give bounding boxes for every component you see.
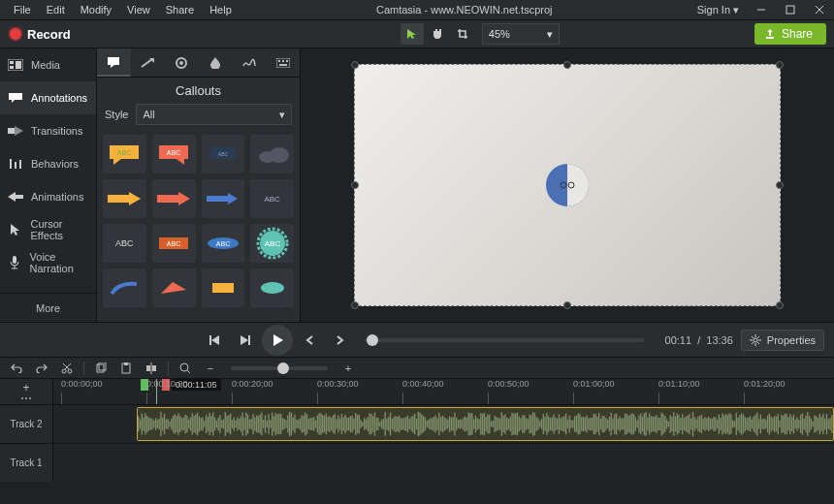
clip-track2[interactable]: [137, 407, 834, 441]
timeline-zoom-out-button[interactable]: −: [202, 360, 219, 377]
svg-rect-79: [146, 365, 150, 371]
callout-speech-orange[interactable]: ABC: [152, 135, 196, 173]
sidebar-item-voice-narration[interactable]: Voice Narration: [0, 246, 96, 279]
callout-burst-teal[interactable]: ABC: [250, 224, 294, 263]
sidebar-item-transitions[interactable]: Transitions: [0, 114, 96, 147]
sidebar-item-animations[interactable]: Animations: [0, 180, 96, 213]
svg-rect-373: [638, 416, 639, 433]
callout-arrow-yellow[interactable]: [103, 179, 146, 218]
asset-tab-arrows[interactable]: [131, 48, 165, 77]
svg-rect-308: [526, 418, 527, 430]
pan-tool[interactable]: [426, 23, 449, 45]
sidebar-item-behaviors[interactable]: Behaviors: [0, 147, 96, 180]
svg-rect-173: [291, 413, 292, 435]
track-label-1[interactable]: Track 1: [0, 444, 53, 482]
resize-handle-bm[interactable]: [563, 301, 571, 309]
callout-arrow-orange[interactable]: [152, 179, 196, 218]
add-track-button[interactable]: +: [22, 381, 29, 392]
next-clip-button[interactable]: [328, 329, 351, 352]
seek-slider[interactable]: [365, 338, 644, 342]
callout-speech-yellow[interactable]: ABC: [103, 135, 146, 173]
menu-help[interactable]: Help: [202, 4, 240, 16]
callout-shape-a[interactable]: [103, 268, 146, 307]
asset-tab-sketch[interactable]: [232, 48, 266, 77]
resize-handle-bl[interactable]: [351, 301, 359, 309]
callout-text-orange[interactable]: ABC: [152, 224, 196, 263]
timeline-zoom-fit-button[interactable]: [176, 360, 194, 377]
asset-tab-callouts[interactable]: [97, 48, 131, 77]
properties-button[interactable]: Properties: [741, 330, 824, 351]
asset-tab-keystroke[interactable]: [266, 48, 300, 77]
svg-rect-118: [195, 415, 196, 434]
callout-shape-d[interactable]: [250, 268, 294, 307]
callout-speech-dark[interactable]: ABC: [202, 135, 245, 173]
undo-button[interactable]: [8, 360, 25, 377]
zoom-select[interactable]: 45% ▾: [482, 23, 560, 45]
svg-rect-296: [504, 414, 505, 433]
gear-icon: [750, 334, 761, 346]
crop-tool[interactable]: [451, 23, 474, 45]
seek-thumb[interactable]: [367, 334, 378, 346]
prev-frame-button[interactable]: [204, 329, 227, 352]
menu-edit[interactable]: Edit: [39, 4, 73, 16]
next-frame-button[interactable]: [233, 329, 256, 352]
signin-button[interactable]: Sign In ▾: [690, 4, 747, 16]
sidebar-item-media[interactable]: Media: [0, 48, 96, 81]
track-label-2[interactable]: Track 2: [0, 405, 53, 443]
copy-button[interactable]: [92, 360, 110, 377]
canvas-frame[interactable]: [354, 64, 781, 306]
play-button[interactable]: [262, 325, 293, 356]
timeline-zoom-in-button[interactable]: +: [339, 360, 357, 377]
window-maximize-button[interactable]: [776, 0, 805, 19]
sidebar-more-button[interactable]: More: [0, 293, 96, 322]
resize-handle-br[interactable]: [776, 301, 784, 309]
svg-rect-135: [225, 412, 226, 436]
asset-tab-blur[interactable]: [198, 48, 232, 77]
menu-file[interactable]: File: [6, 4, 39, 16]
menu-share[interactable]: Share: [158, 4, 202, 16]
window-minimize-button[interactable]: [747, 0, 776, 19]
svg-rect-129: [214, 418, 215, 431]
callout-pill-blue[interactable]: ABC: [202, 224, 245, 263]
paste-button[interactable]: [117, 360, 135, 377]
track-body-1[interactable]: [53, 444, 834, 482]
split-button[interactable]: [143, 360, 160, 377]
svg-rect-249: [423, 416, 424, 432]
style-select[interactable]: All▾: [136, 104, 292, 125]
svg-rect-342: [585, 418, 586, 431]
svg-rect-92: [150, 418, 151, 429]
track-body-2[interactable]: [53, 405, 834, 443]
sidebar-item-cursor-effects[interactable]: Cursor Effects: [0, 213, 96, 246]
svg-rect-394: [675, 417, 676, 432]
sidebar-item-annotations[interactable]: Annotations: [0, 81, 96, 114]
asset-tab-shapes[interactable]: [165, 48, 199, 77]
callout-shape-b[interactable]: [152, 268, 196, 307]
callout-text-plain[interactable]: ABC: [103, 224, 146, 263]
resize-handle-tl[interactable]: [351, 61, 359, 69]
callout-cloud[interactable]: [250, 135, 294, 173]
prev-clip-button[interactable]: [299, 329, 322, 352]
redo-button[interactable]: [33, 360, 50, 377]
callout-arrow-blue[interactable]: [202, 179, 245, 218]
cut-button[interactable]: [58, 360, 76, 377]
timeline-zoom-slider[interactable]: [231, 366, 328, 370]
share-button[interactable]: Share: [754, 23, 826, 45]
record-button[interactable]: Record: [0, 20, 80, 47]
resize-handle-ml[interactable]: [351, 181, 359, 189]
svg-rect-153: [256, 416, 257, 433]
svg-rect-230: [390, 413, 391, 435]
callout-shape-c[interactable]: [202, 268, 245, 307]
svg-rect-473: [812, 422, 813, 426]
callout-label-dark[interactable]: ABC: [250, 179, 294, 218]
window-close-button[interactable]: [805, 0, 834, 19]
menu-modify[interactable]: Modify: [73, 4, 119, 16]
timeline-ruler[interactable]: 0:00:11:05 0:00:00;000:00:10;000:00:20;0…: [53, 379, 834, 404]
resize-handle-mr[interactable]: [776, 181, 784, 189]
timeline-zoom-thumb[interactable]: [277, 362, 289, 374]
category-sidebar: Media Annotations Transitions Behaviors …: [0, 48, 97, 322]
track-options-button[interactable]: ⋯: [20, 392, 32, 402]
resize-handle-tm[interactable]: [563, 61, 571, 69]
select-tool[interactable]: [401, 23, 424, 45]
resize-handle-tr[interactable]: [776, 61, 784, 69]
menu-view[interactable]: View: [119, 4, 158, 16]
